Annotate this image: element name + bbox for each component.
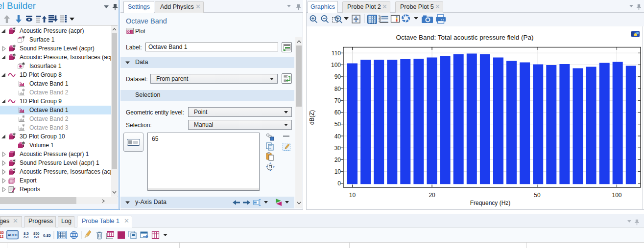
svg-text:50: 50 [534,192,541,199]
svg-text:80: 80 [334,86,341,92]
svg-text:20: 20 [334,157,341,163]
svg-text:50: 50 [334,121,341,128]
svg-text:dB(Z): dB(Z) [309,110,315,125]
svg-text:10: 10 [349,192,356,199]
svg-text:90: 90 [334,73,341,80]
svg-text:0.85: 0.85 [43,233,51,238]
svg-text:100: 100 [331,62,341,68]
svg-text:70: 70 [334,97,341,104]
svg-text:e-3: e-3 [34,235,39,239]
svg-text:100: 100 [612,192,621,199]
svg-text:10: 10 [334,168,341,175]
svg-text:Frequency (Hz): Frequency (Hz) [470,200,511,206]
svg-text:AUTO: AUTO [8,233,18,237]
svg-text:110: 110 [332,50,341,57]
svg-text:0: 0 [337,180,341,187]
svg-text:20: 20 [429,192,435,199]
svg-text:40: 40 [334,133,341,140]
svg-text:e-1: e-1 [24,235,29,239]
svg-text:.85: .85 [0,231,4,234]
svg-text:60: 60 [334,109,341,116]
svg-text:-12: -12 [0,235,3,238]
svg-text:30: 30 [334,145,341,152]
